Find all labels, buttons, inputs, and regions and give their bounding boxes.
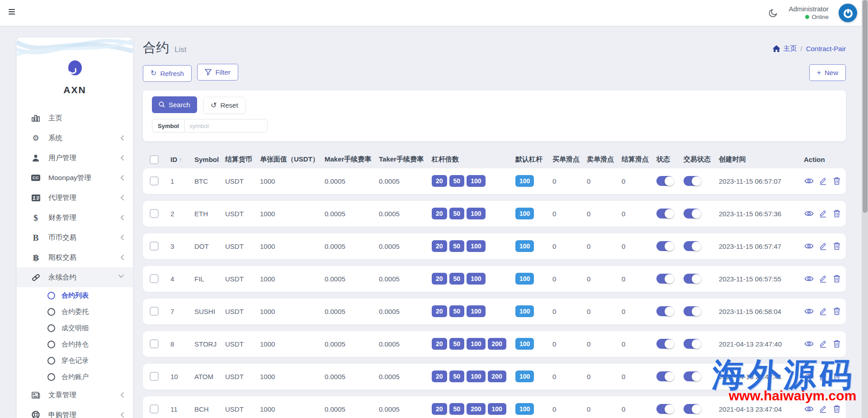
view-button[interactable] — [804, 371, 814, 381]
sidebar-item-spot-trade[interactable]: B 币币交易 — [17, 228, 133, 247]
refresh-button[interactable]: ↻ Refresh — [143, 65, 192, 82]
edit-button[interactable] — [818, 404, 828, 414]
status-toggle[interactable] — [656, 274, 674, 284]
edit-button[interactable] — [818, 241, 828, 251]
trade-status-toggle[interactable] — [684, 209, 701, 218]
sidebar: AXN 主页 ⚙ 系统 用户管理 CC — [17, 38, 133, 418]
delete-button[interactable] — [832, 306, 842, 316]
status-toggle[interactable] — [656, 241, 674, 251]
sidebar-item-system[interactable]: ⚙ 系统 — [17, 128, 133, 148]
row-checkbox[interactable] — [150, 242, 159, 251]
delete-button[interactable] — [832, 404, 842, 414]
filter-button[interactable]: Filter — [197, 64, 238, 81]
breadcrumb-home-link[interactable]: 主页 — [773, 44, 797, 53]
cell-taker-fee: 0.0005 — [376, 405, 429, 413]
cell-default-leverage: 100 — [512, 370, 549, 382]
cell-trade-status — [680, 274, 716, 284]
row-checkbox[interactable] — [150, 339, 159, 348]
cell-sell-slippage: 0 — [584, 242, 618, 250]
edit-button[interactable] — [818, 339, 828, 349]
sidebar-item-moonpay[interactable]: CC Moonpay管理 — [17, 168, 133, 188]
trade-status-toggle[interactable] — [684, 176, 701, 186]
trade-status-toggle[interactable] — [684, 404, 701, 414]
page-scrollbar[interactable] — [862, 0, 868, 418]
edit-button[interactable] — [818, 371, 828, 381]
sidebar-item-options-trade[interactable]: ฿ 期权交易 — [17, 247, 133, 267]
sort-asc-icon[interactable]: ↑ — [179, 156, 182, 163]
default-leverage-badge: 100 — [515, 208, 534, 219]
cell-taker-fee: 0.0005 — [376, 242, 429, 250]
new-button[interactable]: + New — [809, 64, 846, 81]
sidebar-subitem-contract-accounts[interactable]: 合约账户 — [17, 369, 133, 385]
view-button[interactable] — [804, 404, 814, 414]
edit-button[interactable] — [818, 209, 828, 218]
delete-button[interactable] — [832, 176, 842, 186]
user-status-label: Online — [811, 14, 829, 21]
reset-button[interactable]: ↺ Reset — [203, 97, 245, 114]
row-checkbox[interactable] — [150, 404, 159, 413]
delete-button[interactable] — [832, 371, 842, 381]
sidebar-item-subscription[interactable]: 申购管理 — [17, 405, 133, 418]
sidebar-menu: 主页 ⚙ 系统 用户管理 CC Moonpay管理 — [17, 95, 133, 418]
status-toggle[interactable] — [656, 306, 674, 316]
view-button[interactable] — [804, 306, 814, 316]
chevron-left-icon — [120, 195, 124, 201]
sidebar-item-label: 用户管理 — [48, 153, 76, 163]
sidebar-item-finance[interactable]: $ 财务管理 — [17, 208, 133, 228]
row-checkbox[interactable] — [150, 209, 159, 218]
search-button[interactable]: Search — [152, 96, 197, 113]
trade-status-toggle[interactable] — [684, 274, 701, 284]
symbol-input[interactable] — [185, 119, 268, 132]
status-toggle[interactable] — [656, 404, 674, 414]
sidebar-item-perpetual[interactable]: 永续合约 — [17, 267, 133, 287]
view-button[interactable] — [804, 339, 814, 349]
sidebar-subitem-contract-list[interactable]: 合约列表 — [17, 287, 133, 304]
cell-buy-slippage: 0 — [549, 405, 584, 413]
row-checkbox[interactable] — [150, 176, 159, 185]
leverage-badge: 20 — [432, 208, 447, 219]
row-checkbox[interactable] — [150, 372, 159, 381]
select-all-checkbox[interactable] — [150, 155, 159, 164]
status-toggle[interactable] — [656, 176, 674, 186]
view-button[interactable] — [804, 241, 814, 251]
trade-status-toggle[interactable] — [684, 339, 701, 349]
delete-button[interactable] — [832, 339, 842, 349]
scrollbar-thumb[interactable] — [863, 0, 868, 213]
view-button[interactable] — [804, 274, 814, 284]
status-toggle[interactable] — [656, 209, 674, 218]
sidebar-subitem-liquidation-records[interactable]: 穿仓记录 — [17, 352, 133, 369]
sidebar-item-agents[interactable]: 代理管理 — [17, 188, 133, 208]
sidebar-subitem-trade-details[interactable]: 成交明细 — [17, 320, 133, 336]
breadcrumb-separator: / — [800, 45, 802, 52]
sidebar-item-articles[interactable]: 文章管理 — [17, 385, 133, 405]
trade-status-toggle[interactable] — [684, 371, 701, 381]
edit-button[interactable] — [818, 274, 828, 284]
hamburger-menu-icon[interactable] — [7, 8, 17, 18]
status-toggle[interactable] — [656, 371, 674, 381]
refresh-icon: ↻ — [151, 70, 156, 77]
plus-icon: + — [817, 69, 821, 76]
row-checkbox[interactable] — [150, 274, 159, 283]
sidebar-item-home[interactable]: 主页 — [17, 108, 133, 128]
dark-mode-toggle[interactable] — [767, 7, 779, 19]
view-button[interactable] — [804, 176, 814, 186]
delete-button[interactable] — [832, 209, 842, 218]
breadcrumb-current[interactable]: Contract-Pair — [806, 45, 846, 52]
user-avatar-power-button[interactable] — [839, 4, 857, 22]
row-checkbox[interactable] — [150, 307, 159, 316]
cell-symbol: ETH — [191, 210, 222, 218]
delete-button[interactable] — [832, 241, 842, 251]
sidebar-subitem-contract-positions[interactable]: 合约持仓 — [17, 336, 133, 352]
cell-taker-fee: 0.0005 — [376, 340, 429, 348]
sidebar-subitem-contract-orders[interactable]: 合约委托 — [17, 304, 133, 320]
delete-button[interactable] — [832, 274, 842, 284]
cell-sell-slippage: 0 — [584, 340, 618, 348]
view-button[interactable] — [804, 209, 814, 218]
trade-status-toggle[interactable] — [684, 306, 701, 316]
cell-settle-currency: USDT — [222, 373, 257, 380]
sidebar-item-users[interactable]: 用户管理 — [17, 148, 133, 168]
edit-button[interactable] — [818, 306, 828, 316]
edit-button[interactable] — [818, 176, 828, 186]
status-toggle[interactable] — [656, 339, 674, 349]
trade-status-toggle[interactable] — [684, 241, 701, 251]
